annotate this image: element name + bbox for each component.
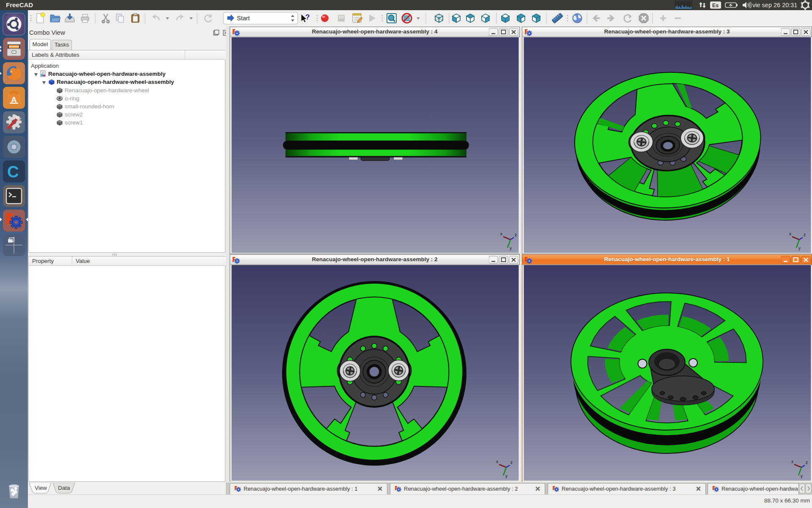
svg-text:y: y: [801, 474, 803, 478]
svg-text:Start: Start: [237, 15, 250, 22]
svg-text:y: y: [510, 246, 512, 251]
svg-text:C: C: [7, 163, 19, 181]
svg-text:z: z: [804, 232, 806, 237]
svg-text:x: x: [496, 459, 498, 464]
svg-text:Es: Es: [712, 3, 719, 8]
svg-text:x: x: [500, 232, 502, 236]
svg-text:z: z: [806, 460, 808, 465]
svg-text:View: View: [35, 485, 47, 491]
svg-text:x: x: [791, 459, 793, 464]
svg-text:Data: Data: [58, 485, 70, 491]
svg-text:y: y: [798, 246, 801, 251]
svg-text:?: ?: [305, 13, 310, 21]
svg-text:y: y: [505, 474, 508, 478]
svg-text:x: x: [789, 232, 791, 236]
svg-text:z: z: [515, 232, 517, 237]
svg-text:z: z: [510, 460, 513, 465]
